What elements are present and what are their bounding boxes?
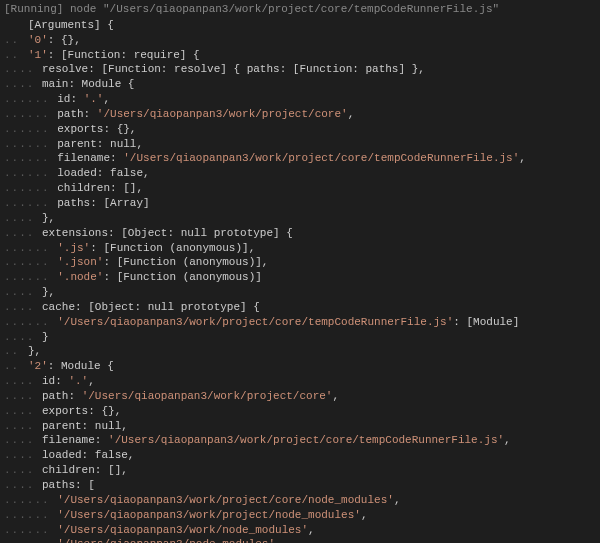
output-line: ...... '/Users/qiaopanpan3/work/project/… — [4, 315, 596, 330]
output-lines: [Arguments] {.. '0': {},.. '1': [Functio… — [4, 18, 596, 543]
output-line: .... loaded: false, — [4, 448, 596, 463]
output-line: ...... '/Users/qiaopanpan3/work/project/… — [4, 493, 596, 508]
terminal-output: [Running] node "/Users/qiaopanpan3/work/… — [0, 0, 600, 543]
output-line: .... main: Module { — [4, 77, 596, 92]
output-line: ...... filename: '/Users/qiaopanpan3/wor… — [4, 151, 596, 166]
output-line: ...... '/Users/qiaopanpan3/work/project/… — [4, 508, 596, 523]
line-gutter: ...... — [4, 137, 57, 152]
line-gutter: .. — [4, 359, 28, 374]
line-gutter: ...... — [4, 493, 57, 508]
output-line: ...... paths: [Array] — [4, 196, 596, 211]
line-content: loaded: false, — [57, 166, 149, 181]
line-content: loaded: false, — [42, 448, 134, 463]
output-line: ...... '.node': [Function (anonymous)] — [4, 270, 596, 285]
line-content: } — [42, 330, 49, 345]
line-content: filename: '/Users/qiaopanpan3/work/proje… — [42, 433, 511, 448]
line-gutter: ...... — [4, 107, 57, 122]
output-line: .... children: [], — [4, 463, 596, 478]
line-content: paths: [Array] — [57, 196, 149, 211]
line-gutter: ...... — [4, 523, 57, 538]
line-gutter: .... — [4, 419, 42, 434]
output-line: .. }, — [4, 344, 596, 359]
runner-header: [Running] node "/Users/qiaopanpan3/work/… — [4, 2, 596, 17]
line-gutter: ...... — [4, 315, 57, 330]
output-line: ...... '/Users/qiaopanpan3/node_modules'… — [4, 537, 596, 543]
output-line: ...... parent: null, — [4, 137, 596, 152]
line-content: path: '/Users/qiaopanpan3/work/project/c… — [42, 389, 339, 404]
line-gutter: ...... — [4, 270, 57, 285]
line-gutter: .... — [4, 285, 42, 300]
output-line: .... }, — [4, 211, 596, 226]
line-content: '2': Module { — [28, 359, 114, 374]
output-line: .... extensions: [Object: null prototype… — [4, 226, 596, 241]
line-content: '.js': [Function (anonymous)], — [57, 241, 255, 256]
line-content: filename: '/Users/qiaopanpan3/work/proje… — [57, 151, 526, 166]
line-content: '/Users/qiaopanpan3/work/node_modules', — [57, 523, 314, 538]
output-line: [Arguments] { — [4, 18, 596, 33]
output-line: ...... exports: {}, — [4, 122, 596, 137]
line-content: id: '.', — [42, 374, 95, 389]
line-gutter: .... — [4, 374, 42, 389]
output-line: .... resolve: [Function: resolve] { path… — [4, 62, 596, 77]
output-line: ...... path: '/Users/qiaopanpan3/work/pr… — [4, 107, 596, 122]
line-content: parent: null, — [57, 137, 143, 152]
line-content: '.node': [Function (anonymous)] — [57, 270, 262, 285]
line-gutter: .... — [4, 463, 42, 478]
line-gutter: .... — [4, 226, 42, 241]
output-line: ...... '.json': [Function (anonymous)], — [4, 255, 596, 270]
line-content: id: '.', — [57, 92, 110, 107]
output-line: .. '0': {}, — [4, 33, 596, 48]
output-line: .... cache: [Object: null prototype] { — [4, 300, 596, 315]
output-line: .... id: '.', — [4, 374, 596, 389]
line-content: '1': [Function: require] { — [28, 48, 200, 63]
line-content: cache: [Object: null prototype] { — [42, 300, 260, 315]
line-content: '/Users/qiaopanpan3/work/project/core/no… — [57, 493, 400, 508]
line-gutter: .... — [4, 77, 42, 92]
line-gutter: .... — [4, 404, 42, 419]
line-gutter: ...... — [4, 196, 57, 211]
line-gutter: .... — [4, 478, 42, 493]
output-line: .... exports: {}, — [4, 404, 596, 419]
line-content: extensions: [Object: null prototype] { — [42, 226, 293, 241]
line-content: children: [], — [42, 463, 128, 478]
line-content: }, — [42, 211, 55, 226]
output-line: .. '2': Module { — [4, 359, 596, 374]
output-line: .... } — [4, 330, 596, 345]
line-gutter: ...... — [4, 166, 57, 181]
line-gutter: .... — [4, 389, 42, 404]
line-content: paths: [ — [42, 478, 95, 493]
line-content: children: [], — [57, 181, 143, 196]
line-content: exports: {}, — [42, 404, 121, 419]
line-gutter: ...... — [4, 151, 57, 166]
line-gutter: ...... — [4, 122, 57, 137]
line-gutter: .. — [4, 48, 28, 63]
line-content: }, — [28, 344, 41, 359]
line-gutter: .... — [4, 300, 42, 315]
line-gutter: .... — [4, 330, 42, 345]
output-line: ...... '/Users/qiaopanpan3/work/node_mod… — [4, 523, 596, 538]
line-gutter: .. — [4, 344, 28, 359]
output-line: .... paths: [ — [4, 478, 596, 493]
line-content: }, — [42, 285, 55, 300]
line-content: '/Users/qiaopanpan3/work/project/core/te… — [57, 315, 519, 330]
line-gutter: .... — [4, 62, 42, 77]
line-gutter: .... — [4, 433, 42, 448]
line-content: '/Users/qiaopanpan3/node_modules', — [57, 537, 281, 543]
line-content: '0': {}, — [28, 33, 81, 48]
output-line: .... parent: null, — [4, 419, 596, 434]
line-gutter: ...... — [4, 508, 57, 523]
output-line: ...... loaded: false, — [4, 166, 596, 181]
line-content: main: Module { — [42, 77, 134, 92]
line-content: exports: {}, — [57, 122, 136, 137]
line-gutter: ...... — [4, 241, 57, 256]
line-gutter: .. — [4, 33, 28, 48]
output-line: .. '1': [Function: require] { — [4, 48, 596, 63]
line-content: [Arguments] { — [28, 18, 114, 33]
line-content: resolve: [Function: resolve] { paths: [F… — [42, 62, 425, 77]
line-gutter: ...... — [4, 92, 57, 107]
output-line: ...... children: [], — [4, 181, 596, 196]
line-gutter: ...... — [4, 181, 57, 196]
line-content: '.json': [Function (anonymous)], — [57, 255, 268, 270]
output-line: .... filename: '/Users/qiaopanpan3/work/… — [4, 433, 596, 448]
line-gutter: .... — [4, 211, 42, 226]
